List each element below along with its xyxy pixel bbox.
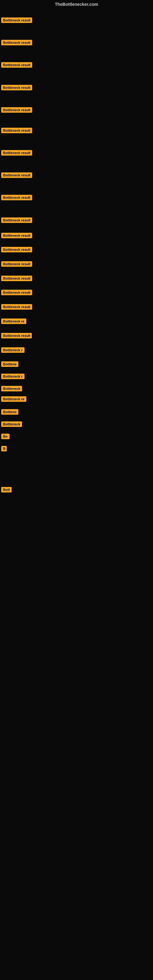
site-title: TheBottlenecker.com (0, 2, 153, 7)
bottleneck-result-label: Bottlene (1, 409, 18, 415)
bottleneck-result-label: Bottleneck result (1, 218, 32, 223)
bottleneck-result-label: Bottleneck re (1, 396, 26, 402)
bottleneck-result-label: B (1, 446, 7, 452)
bottleneck-result-label: Bottleneck result (1, 304, 32, 310)
bottleneck-result-label: Bottleneck result (1, 85, 32, 90)
bottleneck-result-label: Bott (1, 487, 12, 492)
bottleneck-result-label: Bottleneck result (1, 172, 32, 178)
bottleneck-result-label: Bottleneck result (1, 18, 32, 23)
bottleneck-result-label: Bottleneck result (1, 233, 32, 238)
bottleneck-result-label: Bottleneck result (1, 247, 32, 252)
bottleneck-result-label: Bo (1, 434, 10, 439)
bottleneck-result-label: Bottleneck r (1, 374, 24, 379)
bottleneck-result-label: Bottleneck result (1, 261, 32, 267)
bottleneck-result-label: Bottleneck re (1, 318, 26, 324)
bottleneck-result-label: Bottlene (1, 361, 18, 367)
bottleneck-result-label: Bottleneck result (1, 275, 32, 281)
bottleneck-result-label: Bottleneck result (1, 150, 32, 156)
bottleneck-result-label: Bottleneck (1, 386, 22, 391)
bottleneck-result-label: Bottleneck result (1, 107, 32, 113)
bottleneck-result-label: Bottleneck result (1, 290, 32, 295)
bottleneck-result-label: Bottleneck result (1, 128, 32, 133)
bottleneck-result-label: Bottleneck result (1, 40, 32, 45)
bottleneck-result-label: Bottleneck result (1, 62, 32, 68)
bottleneck-result-label: Bottleneck result (1, 333, 32, 339)
bottleneck-result-label: Bottleneck result (1, 195, 32, 200)
bottleneck-result-label: Bottleneck (1, 422, 22, 427)
bottleneck-result-label: Bottleneck r (1, 347, 24, 353)
